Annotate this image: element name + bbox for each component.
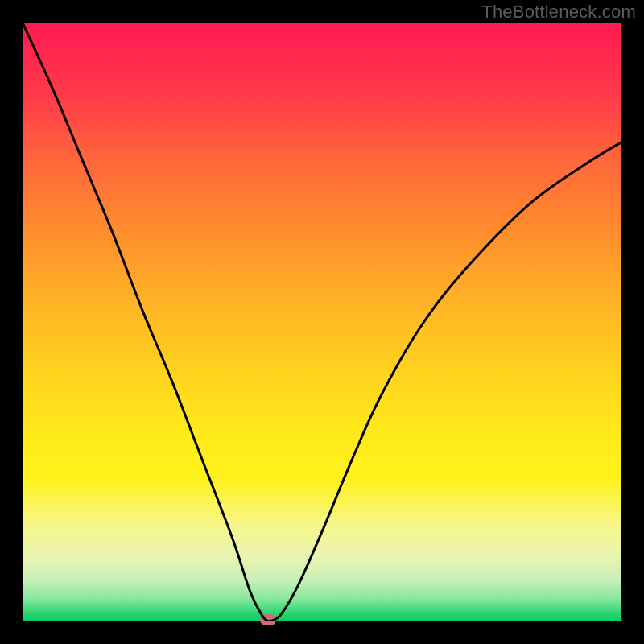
bottleneck-curve	[23, 23, 621, 621]
chart-plot-area	[23, 23, 621, 621]
watermark-text: TheBottleneck.com	[481, 2, 636, 23]
curve-path	[23, 23, 621, 621]
